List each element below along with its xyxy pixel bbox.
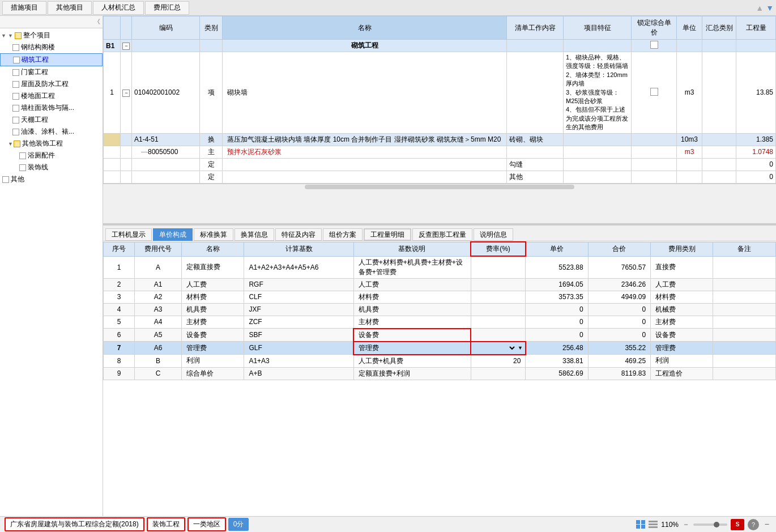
grid-view-btn[interactable] xyxy=(636,520,645,529)
cost-row: 9 C 综合单价 A+B 定额直接费+利润 5862.69 8119.83 工程… xyxy=(104,367,776,380)
row1-feature: 1、砌块品种、规格、强度等级：轻质砖隔墙2、墙体类型：120mm厚内墙3、砂浆强… xyxy=(564,52,632,134)
sub-category: 换 xyxy=(200,133,223,146)
col-expand xyxy=(121,16,132,40)
tab-features[interactable]: 特征及内容 xyxy=(275,228,322,241)
tab-description[interactable]: 说明信息 xyxy=(474,228,513,241)
sidebar-item-wall[interactable]: 墙柱面装饰与隔... xyxy=(0,102,103,114)
score-btn[interactable]: 0分 xyxy=(228,518,249,531)
mat-locked xyxy=(632,146,677,158)
table-row: 1 － 010402001002 项 砌块墙 xyxy=(104,52,776,134)
tree-container: ▼ ▼ 整个项目 钢结构阁楼 砌筑工程 门窗工程 xyxy=(0,28,103,516)
b1-code xyxy=(132,40,200,52)
tab-pricing[interactable]: 组价方案 xyxy=(323,228,363,241)
project-type-btn[interactable]: 装饰工程 xyxy=(147,517,185,531)
sidebar-collapse-btn[interactable]: 《 xyxy=(94,18,100,26)
table-row[interactable]: A1-4-51 换 蒸压加气混凝土砌块内墙 墙体厚度 10cm 合并制作子目 湿… xyxy=(104,133,776,146)
tab-convert-info[interactable]: 换算信息 xyxy=(234,228,274,241)
nav-down-icon[interactable]: ▼ xyxy=(766,3,774,12)
sidebar-item-root[interactable]: ▼ ▼ 整个项目 xyxy=(0,29,103,41)
sub-summary xyxy=(702,133,736,146)
col-total-header: 合价 xyxy=(588,242,650,256)
def2-feature xyxy=(564,171,632,183)
def1-locked xyxy=(632,158,677,171)
tab-labor-material[interactable]: 人材机汇总 xyxy=(93,1,144,15)
sidebar-item-paint[interactable]: 油漆、涂料、裱... xyxy=(0,126,103,138)
mat-summary xyxy=(702,146,736,158)
sidebar-item-bathroom[interactable]: 浴厕配件 xyxy=(0,150,103,161)
mat-expand xyxy=(121,146,132,158)
rate-dropdown-cell[interactable]: ▼ xyxy=(471,342,526,355)
region-btn[interactable]: 一类地区 xyxy=(187,517,226,531)
bottom-header-row: 序号 费用代号 名称 计算基数 xyxy=(104,242,776,256)
sidebar-item-floor[interactable]: 楼地面工程 xyxy=(0,90,103,102)
cost-composition-table: 序号 费用代号 名称 计算基数 xyxy=(103,241,776,380)
def2-summary xyxy=(702,171,736,183)
mat-workcontent xyxy=(507,146,564,158)
sidebar-item-door[interactable]: 门窗工程 xyxy=(0,66,103,78)
sidebar-item-floor-label: 楼地面工程 xyxy=(21,91,55,101)
tab-measures[interactable]: 措施项目 xyxy=(2,1,46,15)
def1-name xyxy=(223,158,507,171)
row-expand-cell2[interactable]: － xyxy=(121,52,132,134)
def2-rownum xyxy=(104,171,121,183)
top-table-section: 编码 类别 名称 清单工作内容 项目特征 xyxy=(103,16,776,225)
minimize-btn[interactable]: － xyxy=(762,518,771,530)
nav-up-icon[interactable]: ▲ xyxy=(756,3,764,12)
table-row: —80050500 主 预拌水泥石灰砂浆 m3 xyxy=(104,146,776,158)
sidebar-item-masonry[interactable]: 砌筑工程 xyxy=(0,53,103,66)
tab-labor-display[interactable]: 工料机显示 xyxy=(105,228,152,241)
sub-locked xyxy=(632,133,677,146)
tab-cost-summary[interactable]: 费用汇总 xyxy=(145,1,189,15)
row1-locked[interactable] xyxy=(632,52,677,134)
b1-workcontent xyxy=(507,40,564,52)
def1-expand xyxy=(121,158,132,171)
row-expand-cell[interactable]: － xyxy=(121,40,132,52)
zoom-slider[interactable] xyxy=(693,524,727,526)
sidebar-item-deco-line[interactable]: 装饰线 xyxy=(0,161,103,173)
tab-qty-detail[interactable]: 工程量明细 xyxy=(364,228,411,241)
sidebar-item-steel[interactable]: 钢结构阁楼 xyxy=(0,41,103,53)
fee-rate-select[interactable] xyxy=(475,344,517,352)
row-minus-icon[interactable]: － xyxy=(122,42,130,50)
sidebar-header: 《 xyxy=(0,16,103,28)
col-workcontent-header: 清单工作内容 xyxy=(507,16,564,40)
def2-expand xyxy=(121,171,132,183)
list-view-btn[interactable] xyxy=(649,521,658,528)
province-btn[interactable]: 广东省房屋建筑与装饰工程综合定额(2018) xyxy=(5,517,144,531)
col-category-header: 类别 xyxy=(200,16,223,40)
tab-unit-composition[interactable]: 单价构成 xyxy=(153,228,193,241)
col-summary-header: 汇总类别 xyxy=(702,16,736,40)
cost-row: 8 B 利润 A1+A3 人工费+机具费 20 338.81 469.25 利润 xyxy=(104,355,776,368)
help-btn[interactable]: ? xyxy=(748,519,759,530)
tab-other[interactable]: 其他项目 xyxy=(48,1,92,15)
sidebar-item-other-deco[interactable]: ▼ 其他装饰工程 xyxy=(0,138,103,150)
sidebar-item-bathroom-label: 浴厕配件 xyxy=(28,151,55,160)
row1-category: 项 xyxy=(200,52,223,134)
def2-name xyxy=(223,171,507,183)
def2-locked xyxy=(632,171,677,183)
sidebar-item-ceiling[interactable]: 天棚工程 xyxy=(0,114,103,126)
sub-workcontent: 砖砌、砌块 xyxy=(507,133,564,146)
sub-qty: 1.385 xyxy=(736,133,776,146)
mat-name: 预拌水泥石灰砂浆 xyxy=(223,146,507,158)
zoom-label: 110% xyxy=(661,521,679,529)
tab-standard-convert[interactable]: 标准换算 xyxy=(194,228,233,241)
def1-unit xyxy=(677,158,702,171)
row1-code: 010402001002 xyxy=(132,52,200,134)
tab-reverse-check[interactable]: 反查图形工程量 xyxy=(412,228,472,241)
sidebar-item-steel-label: 钢结构阁楼 xyxy=(21,42,55,52)
sidebar-item-door-label: 门窗工程 xyxy=(21,67,48,77)
def1-rownum xyxy=(104,158,121,171)
bottom-tabs-bar: 工料机显示 单价构成 标准换算 换算信息 特征及内容 组价方案 xyxy=(103,225,776,241)
sub-name: 蒸压加气混凝土砌块内墙 墙体厚度 10cm 合并制作子目 湿拌砌筑砂浆 砌筑灰缝… xyxy=(223,133,507,146)
zoom-decrease-btn[interactable]: － xyxy=(682,520,690,530)
cost-row: 2 A1 人工费 RGF 人工费 1694.05 2346.26 人工费 xyxy=(104,278,776,291)
row1-workcontent xyxy=(507,52,564,134)
row1-name: 砌块墙 xyxy=(223,52,507,134)
b1-locked[interactable] xyxy=(632,40,677,52)
row-minus-icon2[interactable]: － xyxy=(122,90,130,97)
sidebar-item-other[interactable]: 其他 xyxy=(0,173,103,185)
top-tabs-bar: 措施项目 其他项目 人材机汇总 费用汇总 ▲ ▼ xyxy=(0,0,776,16)
sidebar-item-roof[interactable]: 屋面及防水工程 xyxy=(0,78,103,90)
b1-name: 砌筑工程 xyxy=(223,40,507,52)
